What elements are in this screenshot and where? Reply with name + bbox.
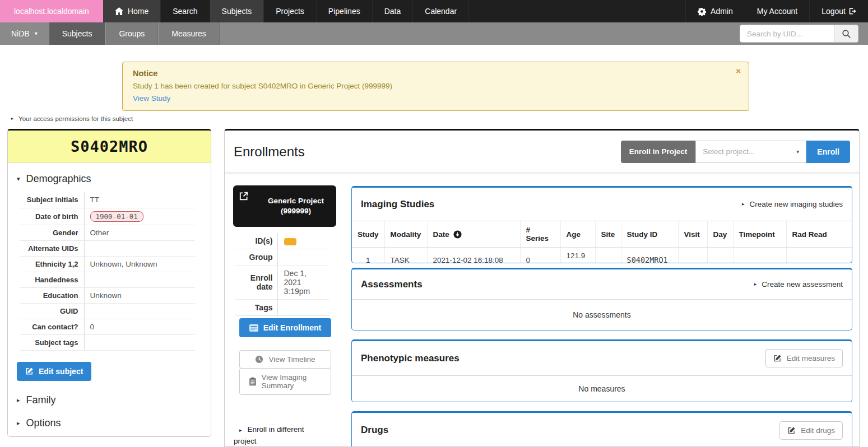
notice-message: Study 1 has been created for subject S04… xyxy=(133,82,739,90)
nav-subjects[interactable]: Subjects xyxy=(210,0,264,22)
nav-calendar-label: Calendar xyxy=(425,7,457,16)
col-modality: Modality xyxy=(384,221,427,248)
external-link-icon xyxy=(239,191,249,201)
edit-drugs-label: Edit drugs xyxy=(801,426,835,435)
home-icon xyxy=(115,7,123,15)
table-row: Subject initials TT xyxy=(20,192,195,208)
demographics-toggle[interactable]: ▾ Demographics xyxy=(17,173,202,185)
enrollments-body: Generic Project (999999) ID(s) Group Enr… xyxy=(225,173,859,447)
view-timeline-button[interactable]: View Timeline xyxy=(239,350,331,369)
project-card[interactable]: Generic Project (999999) xyxy=(233,185,336,227)
nav-my-account-label: My Account xyxy=(757,7,797,16)
cell-study-id: S0402MRO1 xyxy=(621,248,678,264)
caret-down-icon: ▾ xyxy=(17,176,20,182)
brand-label: localhost.localdomain xyxy=(14,7,89,16)
nav-projects[interactable]: Projects xyxy=(264,0,317,22)
close-icon[interactable]: × xyxy=(736,66,741,76)
nav-search[interactable]: Search xyxy=(161,0,210,22)
edit-icon xyxy=(773,354,782,362)
family-toggle[interactable]: ▸ Family xyxy=(17,394,202,406)
subnav-groups[interactable]: Groups xyxy=(105,22,158,45)
search-uid-input[interactable] xyxy=(740,25,834,42)
nidb-menu[interactable]: NiDB ▾ xyxy=(0,22,49,45)
subnav-measures[interactable]: Measures xyxy=(158,22,219,45)
nav-data[interactable]: Data xyxy=(373,0,414,22)
ids-label: ID(s) xyxy=(235,233,277,249)
create-assessment-link[interactable]: ▸ Create new assessment xyxy=(754,280,843,288)
age-unit: y xyxy=(567,260,570,263)
nav-search-label: Search xyxy=(173,7,197,16)
edit-subject-button[interactable]: Edit subject xyxy=(17,362,91,381)
nav-home-label: Home xyxy=(128,7,148,16)
enrollments-title: Enrollments xyxy=(234,144,305,160)
field-value: Other xyxy=(84,225,195,240)
drugs-title: Drugs xyxy=(361,425,388,436)
edit-drugs-button[interactable]: Edit drugs xyxy=(779,421,843,440)
field-value: Unknown, Unknown xyxy=(84,256,195,272)
caret-right-icon: ▸ xyxy=(17,397,20,403)
no-measures-text: No measures xyxy=(352,376,852,402)
create-imaging-studies-link[interactable]: ▸ Create new imaging studies xyxy=(742,200,843,208)
cell-modality: TASK xyxy=(384,248,427,264)
options-toggle[interactable]: ▸ Options xyxy=(17,417,202,429)
access-permissions-toggle[interactable]: ▸ Your access permissions for this subje… xyxy=(11,115,133,122)
project-select-placeholder: Select project... xyxy=(703,147,755,156)
tags-value xyxy=(277,300,329,316)
enrollments-header: Enrollments Enroll in Project Select pro… xyxy=(225,131,859,173)
subnav-subjects[interactable]: Subjects xyxy=(49,22,106,45)
cell-day xyxy=(707,248,733,264)
nav-my-account[interactable]: My Account xyxy=(745,0,809,22)
view-imaging-summary-label: View Imaging Summary xyxy=(262,373,322,390)
table-row: Date of birth 1900-01-01 xyxy=(20,208,195,225)
caret-right-icon: ▸ xyxy=(11,117,13,121)
nav-projects-label: Projects xyxy=(276,7,304,16)
table-row: Handedness xyxy=(20,272,195,287)
col-timepoint: Timepoint xyxy=(733,221,786,248)
nav-calendar[interactable]: Calendar xyxy=(413,0,469,22)
edit-icon xyxy=(25,367,34,375)
nav-pipelines[interactable]: Pipelines xyxy=(317,0,373,22)
group-label: Group xyxy=(235,249,277,266)
drugs-section: Drugs Edit drugs xyxy=(351,411,852,447)
search-uid-button[interactable] xyxy=(834,25,858,42)
edit-measures-button[interactable]: Edit measures xyxy=(765,349,843,367)
study-number-link[interactable]: 1 xyxy=(352,248,384,264)
navbar-brand[interactable]: localhost.localdomain xyxy=(0,0,103,22)
table-row: Alternate UIDs xyxy=(20,240,195,256)
uid-search-group xyxy=(740,25,858,43)
field-value xyxy=(84,272,195,287)
project-name: Generic Project (999999) xyxy=(268,185,324,227)
field-label: Date of birth xyxy=(20,208,84,225)
view-imaging-summary-button[interactable]: View Imaging Summary xyxy=(239,368,331,395)
nav-admin[interactable]: Admin xyxy=(685,0,745,22)
enroll-date-label: Enroll date xyxy=(235,266,277,300)
enroll-different-project-label: Enroll in different project xyxy=(234,425,304,445)
enroll-different-project-toggle[interactable]: ▸Enroll in different project xyxy=(234,424,322,447)
project-select[interactable]: Select project... ▾ xyxy=(695,141,806,163)
tags-label: Tags xyxy=(235,300,277,316)
field-value: 0 xyxy=(84,319,195,334)
enroll-date-value: Dec 1, 2021 3:19pm xyxy=(277,266,329,300)
col-date[interactable]: Date xyxy=(427,221,520,248)
edit-icon xyxy=(787,426,796,435)
table-row: ID(s) xyxy=(235,233,329,249)
table-row: Can contact? 0 xyxy=(20,319,195,334)
cell-site xyxy=(595,248,621,264)
col-day: Day xyxy=(707,221,733,248)
nav-home[interactable]: Home xyxy=(103,0,161,22)
edit-measures-label: Edit measures xyxy=(787,354,835,362)
col-rad-read: Rad Read xyxy=(786,221,852,248)
view-study-link[interactable]: View Study xyxy=(133,94,739,103)
clipboard-icon xyxy=(249,377,257,386)
cell-timepoint xyxy=(733,248,786,264)
nav-logout[interactable]: Logout xyxy=(809,0,868,22)
edit-enrollment-button[interactable]: Edit Enrollment xyxy=(239,318,331,337)
access-permissions-label: Your access permissions for this subject xyxy=(18,115,133,122)
subnav-measures-label: Measures xyxy=(171,29,206,38)
field-label: Ethnicity 1,2 xyxy=(20,256,84,272)
enroll-button[interactable]: Enroll xyxy=(806,141,850,163)
notice-title: Notice xyxy=(133,69,739,78)
subnav-subjects-label: Subjects xyxy=(62,29,92,38)
col-series: # Series xyxy=(520,221,560,248)
col-visit: Visit xyxy=(678,221,707,248)
